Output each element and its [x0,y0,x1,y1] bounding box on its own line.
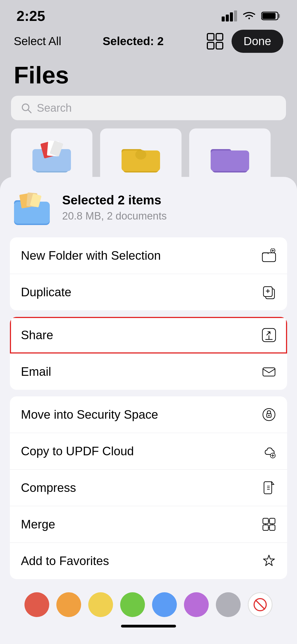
merge-button[interactable]: Merge [10,506,287,543]
svg-rect-32 [262,253,276,262]
svg-rect-1 [226,15,229,21]
svg-rect-6 [278,14,280,18]
search-icon [21,103,32,114]
selected-count-label: Selected: 2 [103,35,164,48]
compress-button[interactable]: Compress [10,470,287,506]
star-icon [262,554,276,568]
svg-line-12 [28,110,31,113]
folder-grid [0,128,297,183]
menu-group-3: Move into Security Space Copy to UPDF Cl… [10,396,287,579]
svg-point-44 [268,415,270,416]
color-none-button[interactable] [248,592,273,617]
selected-items-sub: 20.8 MB, 2 documents [62,210,167,222]
selected-items-title: Selected 2 items [62,193,167,207]
new-folder-with-selection-button[interactable]: New Folder with Selection [10,237,287,274]
svg-rect-3 [234,10,237,21]
selected-header: Selected 2 items 20.8 MB, 2 documents [10,188,287,226]
favorites-label: Add to Favorites [21,554,109,568]
add-to-favorites-button[interactable]: Add to Favorites [10,543,287,579]
file-zip-icon [262,481,276,495]
svg-rect-54 [263,518,268,524]
svg-rect-9 [207,42,214,49]
copy-to-updf-cloud-button[interactable]: Copy to UPDF Cloud [10,433,287,470]
svg-rect-7 [207,34,214,40]
svg-rect-8 [216,34,223,40]
no-color-icon [253,598,267,612]
svg-rect-41 [263,368,275,376]
svg-rect-5 [262,13,276,19]
color-red-button[interactable] [24,592,49,617]
svg-rect-2 [230,12,233,21]
wifi-icon [241,10,257,21]
folder-icon-large [13,188,51,226]
folder-card-2 [100,128,182,183]
selected-info: Selected 2 items 20.8 MB, 2 documents [62,193,167,222]
envelope-icon [262,365,276,379]
email-label: Email [21,365,51,379]
updf-cloud-label: Copy to UPDF Cloud [21,444,134,458]
duplicate-label: Duplicate [21,285,71,299]
svg-rect-56 [263,525,268,530]
share-label: Share [21,328,53,342]
battery-icon [261,11,280,21]
svg-rect-10 [216,42,223,49]
menu-group-2: Share Email [10,317,287,390]
search-placeholder: Search [37,102,72,114]
merge-label: Merge [21,517,55,531]
svg-point-42 [263,409,275,421]
done-button[interactable]: Done [232,30,283,53]
color-green-button[interactable] [120,592,145,617]
cloud-plus-icon [262,444,276,458]
svg-rect-57 [270,525,275,530]
nav-right-controls: Done [205,30,283,53]
signal-icon [221,10,237,21]
email-button[interactable]: Email [10,353,287,390]
menu-group-1: New Folder with Selection Duplicate [10,237,287,310]
svg-rect-0 [222,17,225,21]
svg-point-22 [135,150,146,160]
move-into-security-space-button[interactable]: Move into Security Space [10,396,287,433]
status-bar: 2:25 [0,0,297,27]
grid-view-button[interactable] [205,31,225,51]
folder-card-1 [11,128,92,183]
share-icon [262,328,276,342]
svg-rect-25 [211,150,249,171]
bottom-sheet: Selected 2 items 20.8 MB, 2 documents Ne… [0,177,297,644]
folder-plus-icon [262,248,276,263]
security-space-label: Move into Security Space [21,408,158,421]
search-bar-container: Search [0,96,297,128]
status-time: 2:25 [16,8,45,24]
search-bar[interactable]: Search [11,96,286,120]
duplicate-button[interactable]: Duplicate [10,274,287,310]
color-purple-button[interactable] [184,592,209,617]
select-all-button[interactable]: Select All [14,35,61,48]
svg-line-64 [256,600,265,609]
color-gray-button[interactable] [216,592,241,617]
svg-marker-62 [263,555,274,566]
color-circles-row [10,586,287,620]
compress-label: Compress [21,481,76,495]
new-folder-label: New Folder with Selection [21,249,161,262]
nav-bar: Select All Selected: 2 Done [0,27,297,58]
copy-plus-icon [262,285,276,299]
page-title: Files [0,58,297,96]
svg-rect-55 [270,518,275,524]
status-icons [221,10,280,21]
lock-shield-icon [262,407,276,422]
color-blue-button[interactable] [152,592,177,617]
home-indicator [121,625,176,627]
share-button[interactable]: Share [10,317,287,353]
folder-card-3 [189,128,271,183]
color-yellow-button[interactable] [88,592,113,617]
color-orange-button[interactable] [56,592,81,617]
merge-icon [262,517,276,531]
